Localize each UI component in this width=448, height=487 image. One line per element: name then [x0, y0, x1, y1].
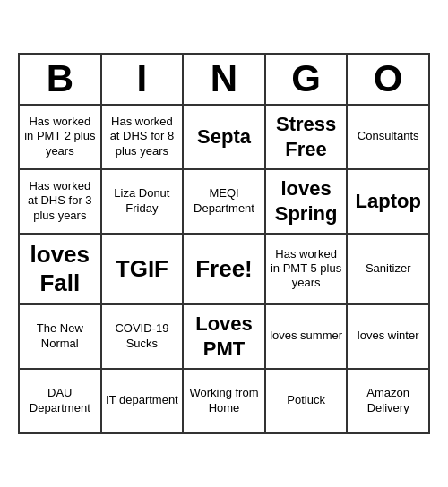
bingo-cell: Free!: [184, 235, 266, 305]
bingo-cell: Potluck: [266, 370, 349, 434]
bingo-header: BINGO: [18, 53, 430, 105]
bingo-cell: Laptop: [348, 170, 430, 235]
bingo-header-letter: G: [266, 55, 349, 105]
bingo-cell: loves Fall: [20, 235, 102, 305]
bingo-cell: Sanitizer: [348, 235, 430, 305]
bingo-cell: TGIF: [102, 235, 185, 305]
bingo-cell: Working from Home: [184, 370, 266, 434]
bingo-header-letter: N: [184, 55, 266, 105]
bingo-cell: Has worked in PMT 2 plus years: [20, 106, 102, 170]
bingo-cell: Consultants: [348, 106, 430, 170]
bingo-header-letter: I: [102, 55, 185, 105]
bingo-cell: loves summer: [266, 305, 349, 370]
bingo-cell: Amazon Delivery: [348, 370, 430, 434]
bingo-cell: Septa: [184, 106, 266, 170]
bingo-cell: Loves PMT: [184, 305, 266, 370]
bingo-cell: DAU Department: [20, 370, 102, 434]
bingo-cell: Stress Free: [266, 106, 349, 170]
bingo-header-letter: O: [348, 55, 430, 105]
bingo-card: BINGO Has worked in PMT 2 plus yearsHas …: [18, 53, 430, 433]
bingo-header-letter: B: [20, 55, 102, 105]
bingo-cell: Has worked at DHS for 3 plus years: [20, 170, 102, 235]
bingo-cell: Has worked at DHS for 8 plus years: [102, 106, 185, 170]
bingo-cell: loves Spring: [266, 170, 349, 235]
bingo-cell: MEQI Department: [184, 170, 266, 235]
bingo-cell: The New Normal: [20, 305, 102, 370]
bingo-cell: Liza Donut Friday: [102, 170, 185, 235]
bingo-cell: IT department: [102, 370, 185, 434]
bingo-cell: COVID-19 Sucks: [102, 305, 185, 370]
bingo-cell: loves winter: [348, 305, 430, 370]
bingo-grid: Has worked in PMT 2 plus yearsHas worked…: [18, 106, 430, 434]
bingo-cell: Has worked in PMT 5 plus years: [266, 235, 349, 305]
